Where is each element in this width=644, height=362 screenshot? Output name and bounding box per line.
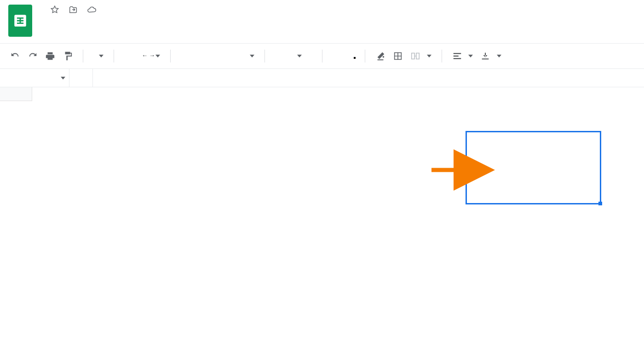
separator (365, 50, 365, 62)
name-box[interactable] (0, 77, 69, 79)
star-icon[interactable] (50, 5, 60, 15)
separator (92, 69, 93, 87)
sheets-icon (12, 13, 28, 28)
redo-icon[interactable] (28, 51, 38, 61)
separator (114, 50, 114, 62)
svg-rect-3 (412, 53, 414, 59)
annotation-arrow (431, 158, 496, 183)
selection-handle[interactable] (598, 202, 602, 205)
caret-down-icon (61, 77, 65, 79)
zoom-dropdown[interactable] (93, 55, 104, 57)
toolbar: ← → (0, 43, 644, 69)
select-all-corner[interactable] (0, 87, 32, 101)
separator (442, 50, 442, 62)
undo-icon[interactable] (10, 51, 20, 61)
horizontal-align-button[interactable] (452, 51, 473, 62)
cloud-icon[interactable] (86, 5, 97, 15)
print-icon[interactable] (45, 51, 55, 61)
title-icons (50, 5, 97, 15)
caret-down-icon (99, 55, 104, 57)
column-headers (32, 87, 644, 101)
formula-bar (0, 69, 644, 87)
move-icon[interactable] (68, 5, 78, 15)
separator (322, 50, 322, 62)
font-dropdown[interactable] (181, 55, 254, 57)
paint-format-icon[interactable] (63, 51, 73, 61)
caret-down-icon (250, 55, 254, 57)
vertical-align-button[interactable] (480, 51, 501, 62)
font-size-dropdown[interactable] (275, 55, 312, 57)
caret-down-icon (155, 55, 160, 57)
caret-down-icon (427, 55, 431, 57)
caret-down-icon (297, 55, 302, 57)
borders-icon[interactable] (393, 51, 403, 61)
separator (83, 50, 83, 62)
svg-rect-4 (416, 53, 419, 59)
fill-color-icon[interactable] (375, 51, 385, 61)
sheets-logo[interactable] (8, 5, 32, 37)
caret-down-icon (497, 55, 501, 57)
svg-point-1 (383, 56, 385, 58)
caret-down-icon (468, 55, 473, 57)
title-bar (0, 0, 644, 37)
merge-cells-button[interactable] (410, 51, 431, 62)
spreadsheet-grid (0, 87, 644, 345)
separator (69, 69, 69, 87)
separator (264, 50, 265, 62)
separator (170, 50, 171, 62)
